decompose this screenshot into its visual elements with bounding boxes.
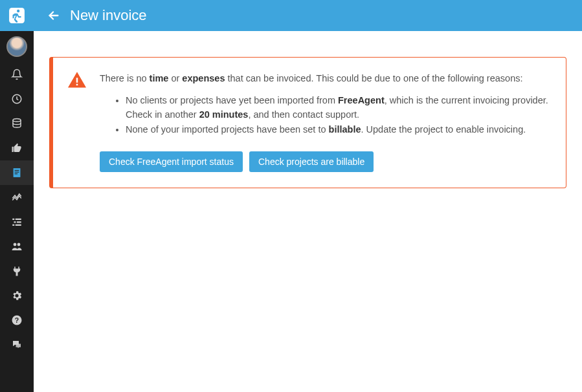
svg-point-3 <box>13 119 21 122</box>
warning-alert: There is no time or expenses that can be… <box>49 57 566 188</box>
arrow-left-icon <box>47 8 61 23</box>
bell-icon <box>11 69 23 80</box>
alert-text: There is no <box>100 73 150 83</box>
users-icon <box>11 241 23 252</box>
sidebar-item-reports[interactable] <box>0 185 34 210</box>
sidebar-item-integrations[interactable] <box>0 259 34 283</box>
sidebar-item-chat[interactable] <box>0 332 34 357</box>
back-button[interactable] <box>47 8 61 23</box>
content: There is no time or expenses that can be… <box>34 31 582 204</box>
check-import-status-button[interactable]: Check FreeAgent import status <box>100 151 243 172</box>
alert-text: , and then contact support. <box>248 109 359 120</box>
alert-text: None of your imported projects have been… <box>126 124 329 135</box>
sidebar-avatar[interactable] <box>0 31 34 62</box>
sidebar-item-notifications[interactable] <box>0 62 34 87</box>
sidebar-logo[interactable] <box>0 0 34 31</box>
alert-body: There is no time or expenses that can be… <box>100 72 549 172</box>
document-icon <box>11 167 23 179</box>
svg-rect-8 <box>12 219 14 220</box>
sidebar-item-approvals[interactable] <box>0 136 34 160</box>
runner-icon <box>8 7 25 24</box>
svg-point-15 <box>17 243 21 246</box>
page-title: New invoice <box>70 7 147 24</box>
svg-rect-4 <box>14 168 21 177</box>
alert-actions: Check FreeAgent import status Check proj… <box>100 151 549 172</box>
sidebar-item-invoices[interactable] <box>0 160 34 185</box>
svg-rect-19 <box>76 84 78 86</box>
alert-text-bold: 20 minutes <box>199 109 249 120</box>
svg-rect-6 <box>15 172 19 173</box>
svg-rect-13 <box>16 224 21 226</box>
sidebar-item-help[interactable]: ? <box>0 308 34 332</box>
plug-icon <box>11 265 23 277</box>
check-projects-billable-button[interactable]: Check projects are billable <box>249 151 374 172</box>
sidebar-item-settings[interactable] <box>0 283 34 308</box>
sidebar-item-database[interactable] <box>0 111 34 136</box>
help-icon: ? <box>11 314 23 326</box>
svg-rect-11 <box>17 221 21 223</box>
main-area: New invoice There is no time or expenses… <box>34 0 582 392</box>
clock-icon <box>11 93 23 105</box>
sidebar-item-time[interactable] <box>0 87 34 111</box>
svg-rect-12 <box>12 224 14 226</box>
avatar-image <box>6 36 27 57</box>
svg-rect-10 <box>14 221 16 223</box>
svg-rect-7 <box>15 173 18 174</box>
warning-icon <box>67 71 87 94</box>
alert-text: or <box>168 73 182 83</box>
sidebar-item-tasks[interactable] <box>0 210 34 234</box>
svg-rect-18 <box>76 78 78 83</box>
alert-text-bold: expenses <box>182 73 225 83</box>
chat-icon <box>11 339 23 351</box>
tasks-icon <box>11 216 23 228</box>
alert-reason: No clients or projects have yet been imp… <box>126 94 549 122</box>
sidebar: ? <box>0 0 34 392</box>
svg-rect-9 <box>16 219 21 220</box>
alert-reason: None of your imported projects have been… <box>126 123 549 137</box>
alert-text-bold: time <box>150 73 169 83</box>
alert-text-bold: billable <box>329 124 361 135</box>
page-header: New invoice <box>34 0 582 31</box>
alert-intro: There is no time or expenses that can be… <box>100 72 549 86</box>
chart-line-icon <box>11 191 23 203</box>
gear-icon <box>11 290 23 301</box>
svg-point-14 <box>14 243 17 246</box>
svg-rect-5 <box>15 170 19 171</box>
database-icon <box>11 118 23 129</box>
svg-text:?: ? <box>15 316 19 324</box>
alert-text: No clients or projects have yet been imp… <box>126 95 338 105</box>
thumbs-up-icon <box>11 142 23 154</box>
alert-text: . Update the project to enable invoicing… <box>361 124 526 135</box>
alert-text: that can be invoiced. This could be due … <box>225 73 522 83</box>
alert-reasons-list: No clients or projects have yet been imp… <box>100 94 549 137</box>
sidebar-item-team[interactable] <box>0 234 34 259</box>
svg-point-1 <box>17 10 19 12</box>
alert-text-bold: FreeAgent <box>338 95 385 105</box>
